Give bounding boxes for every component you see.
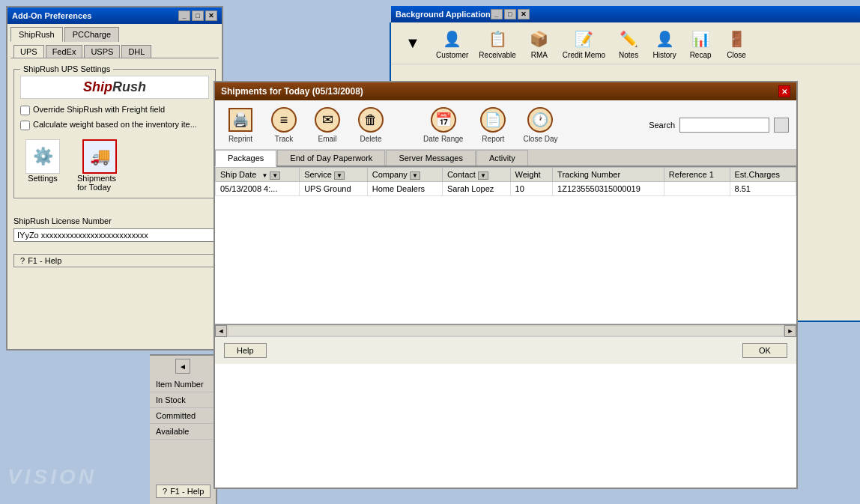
close-icon: 🚪	[724, 27, 748, 51]
history-label: History	[653, 51, 676, 59]
search-area: Search	[649, 118, 789, 133]
group-title: ShipRush UPS Settings	[20, 64, 113, 73]
toolbar-history[interactable]: 👤 History	[647, 25, 682, 61]
addon-titlebar-controls: _ □ ✕	[178, 10, 217, 21]
panel-f1-button[interactable]: ? F1 - Help	[156, 485, 211, 498]
recap-icon: 📊	[688, 27, 712, 51]
credit-memo-label: Credit Memo	[563, 51, 605, 59]
panel-item-number: Item Number	[150, 377, 216, 392]
close-label: Close	[727, 51, 746, 59]
close-day-button[interactable]: 🕐 Close Day	[518, 105, 562, 145]
shipments-close-btn[interactable]: ✕	[778, 85, 790, 97]
settings-icon-item[interactable]: ⚙️ Settings	[20, 139, 65, 192]
addon-minimize-btn[interactable]: _	[178, 10, 190, 21]
shipments-table: Ship Date ▼ ▼ Service ▼ Company ▼ Contac…	[215, 167, 796, 196]
horizontal-scrollbar[interactable]: ◄ ►	[215, 324, 796, 336]
bg-app-title: Background Application	[396, 10, 491, 19]
subtab-dhl[interactable]: DHL	[121, 45, 151, 58]
panel-item-committed: Committed	[150, 408, 216, 424]
subtab-fedex[interactable]: FedEx	[46, 45, 83, 58]
reprint-label: Reprint	[228, 135, 252, 143]
calc-weight-checkbox[interactable]	[20, 121, 30, 130]
col-contact[interactable]: Contact ▼	[442, 168, 510, 182]
receivable-icon: 📋	[485, 27, 509, 51]
license-input[interactable]	[13, 228, 216, 242]
search-button[interactable]	[774, 118, 789, 133]
date-range-icon: 📅	[430, 106, 457, 133]
email-button[interactable]: ✉ Email	[309, 105, 345, 145]
f1-label: F1 - Help	[28, 256, 61, 265]
bg-minimize-btn[interactable]: _	[491, 9, 503, 19]
addon-titlebar: Add-On Preferences _ □ ✕	[7, 7, 222, 24]
shiprush-settings-group: ShipRush UPS Settings ShipRush Override …	[13, 69, 216, 198]
scroll-track[interactable]	[228, 327, 783, 336]
toolbar-dropdown[interactable]: ▼	[396, 30, 430, 57]
shipments-titlebar: Shipments for Today (05/13/2008) ✕	[215, 82, 796, 100]
cell-company: Home Dealers	[367, 182, 442, 196]
search-input[interactable]	[679, 118, 769, 133]
col-service[interactable]: Service ▼	[300, 168, 368, 182]
ok-button[interactable]: OK	[742, 343, 787, 358]
rma-label: RMA	[531, 51, 548, 59]
shipments-dialog: Shipments for Today (05/13/2008) ✕ 🖨️ Re…	[214, 81, 798, 489]
tab-activity[interactable]: Activity	[476, 150, 528, 166]
toolbar-customer[interactable]: 👤 Customer	[431, 25, 473, 61]
bg-close-btn[interactable]: ✕	[518, 9, 530, 19]
reprint-button[interactable]: 🖨️ Reprint	[222, 105, 258, 145]
rma-icon: 📦	[527, 27, 551, 51]
addon-close-btn[interactable]: ✕	[205, 10, 217, 21]
customer-label: Customer	[436, 51, 468, 59]
cell-tracking-number: 1Z1235550315000019	[553, 182, 664, 196]
toolbar-credit-memo[interactable]: 📝 Credit Memo	[558, 25, 610, 61]
col-ship-date[interactable]: Ship Date ▼ ▼	[216, 168, 300, 182]
panel-f1-icon: ?	[163, 487, 167, 496]
settings-icon-label: Settings	[28, 174, 58, 183]
settings-icons: ⚙️ Settings 🚚 Shipments for Today	[20, 139, 209, 192]
subtab-ups[interactable]: UPS	[13, 45, 44, 58]
col-tracking-number: Tracking Number	[553, 168, 664, 182]
scroll-right-btn[interactable]: ►	[784, 325, 796, 337]
addon-title: Add-On Preferences	[12, 11, 91, 20]
recap-label: Recap	[690, 51, 712, 59]
toolbar-notes[interactable]: ✏️ Notes	[611, 25, 646, 61]
override-freight-checkbox[interactable]	[20, 106, 30, 115]
tab-server-messages[interactable]: Server Messages	[386, 150, 476, 166]
panel-f1-label: F1 - Help	[170, 487, 204, 496]
track-label: Track	[275, 135, 294, 143]
date-range-button[interactable]: 📅 Date Range	[419, 105, 467, 145]
col-company[interactable]: Company ▼	[367, 168, 442, 182]
date-range-label: Date Range	[423, 135, 463, 143]
panel-collapse-btn[interactable]: ◄	[175, 359, 190, 374]
track-button[interactable]: ≡ Track	[266, 105, 302, 145]
addon-restore-btn[interactable]: □	[192, 10, 204, 21]
help-button[interactable]: Help	[224, 343, 267, 358]
scroll-left-btn[interactable]: ◄	[215, 325, 227, 337]
addon-f1-button[interactable]: ? F1 - Help	[13, 254, 216, 267]
delete-button[interactable]: 🗑 Delete	[353, 105, 389, 145]
report-button[interactable]: 📄 Report	[475, 105, 511, 145]
tab-pccharge[interactable]: PCCharge	[64, 27, 119, 42]
bg-restore-btn[interactable]: □	[504, 9, 516, 19]
shipments-today-icon-item[interactable]: 🚚 Shipments for Today	[77, 139, 122, 192]
checkbox-calc-weight: Calculate weight based on the inventory …	[20, 120, 209, 130]
cell-service: UPS Ground	[300, 182, 368, 196]
cell-weight: 10	[510, 182, 553, 196]
addon-preferences-window: Add-On Preferences _ □ ✕ ShipRush PCChar…	[6, 6, 223, 350]
shipments-footer: Help OK	[215, 336, 796, 364]
subtab-usps[interactable]: USPS	[84, 45, 120, 58]
history-icon: 👤	[652, 27, 676, 51]
tab-shiprush[interactable]: ShipRush	[10, 27, 63, 42]
tab-packages[interactable]: Packages	[215, 150, 276, 167]
credit-memo-icon: 📝	[572, 27, 596, 51]
dialog-tabs: Packages End of Day Paperwork Server Mes…	[215, 150, 796, 167]
license-label: ShipRush License Number	[13, 216, 216, 225]
panel-item-available: Available	[150, 424, 216, 440]
table-row[interactable]: 05/13/2008 4:... UPS Ground Home Dealers…	[216, 182, 796, 196]
tab-end-of-day[interactable]: End of Day Paperwork	[277, 150, 385, 166]
notes-label: Notes	[619, 51, 638, 59]
toolbar-close[interactable]: 🚪 Close	[719, 25, 754, 61]
toolbar-rma[interactable]: 📦 RMA	[522, 25, 557, 61]
toolbar-receivable[interactable]: 📋 Receivable	[474, 25, 520, 61]
shipments-table-container: Ship Date ▼ ▼ Service ▼ Company ▼ Contac…	[215, 167, 796, 324]
toolbar-recap[interactable]: 📊 Recap	[683, 25, 718, 61]
